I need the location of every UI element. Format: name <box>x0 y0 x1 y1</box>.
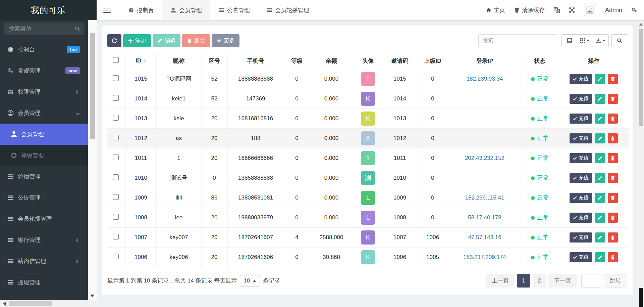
main-scrollbar[interactable] <box>638 20 644 307</box>
scroll-up-icon[interactable] <box>639 23 643 26</box>
topbar-tab[interactable]: 会员管理 <box>162 0 210 20</box>
row-edit-button[interactable] <box>595 133 605 143</box>
search-button[interactable] <box>611 34 627 47</box>
row-checkbox[interactable] <box>113 135 119 140</box>
edit-button[interactable]: 编辑 <box>153 34 180 47</box>
row-checkbox[interactable] <box>113 95 119 101</box>
recharge-button[interactable]: 充值 <box>570 213 592 223</box>
row-checkbox[interactable] <box>113 214 119 220</box>
row-edit-button[interactable] <box>595 173 605 183</box>
language-button[interactable] <box>554 7 560 13</box>
sort-icon[interactable] <box>143 59 146 63</box>
sidebar-item[interactable]: 等级管理 <box>0 145 88 166</box>
row-checkbox[interactable] <box>113 174 119 180</box>
header-id[interactable]: ID <box>125 53 156 69</box>
topbar-tab[interactable]: 控制台 <box>120 0 162 20</box>
row-checkbox[interactable] <box>113 234 119 239</box>
scroll-left-icon[interactable] <box>3 302 6 306</box>
ip-link[interactable]: 58.17.40.178 <box>468 214 501 221</box>
row-edit-button[interactable] <box>595 114 605 124</box>
sidebar-item[interactable]: 银行管理 <box>0 229 88 251</box>
home-link[interactable]: 主页 <box>486 6 505 14</box>
jump-button[interactable]: 跳转 <box>604 274 627 288</box>
delete-button[interactable]: 删除 <box>182 34 210 47</box>
row-delete-button[interactable] <box>608 94 618 104</box>
sidebar-hscrollbar[interactable] <box>0 300 97 307</box>
sidebar-item[interactable]: 提现管理 <box>0 272 88 293</box>
next-page-button[interactable]: 下一页 <box>548 274 577 288</box>
select-all-checkbox[interactable] <box>113 57 119 63</box>
ip-link[interactable]: 182.239.93.34 <box>467 76 503 82</box>
jump-page-input[interactable] <box>581 274 601 288</box>
row-checkbox[interactable] <box>113 115 119 121</box>
export-button[interactable] <box>593 34 609 47</box>
sidebar-scrollbar[interactable] <box>88 20 97 300</box>
recharge-button[interactable]: 充值 <box>570 193 592 203</box>
toggle-view-button[interactable] <box>561 34 577 47</box>
topbar-tab[interactable]: 公告管理 <box>210 0 258 20</box>
row-delete-button[interactable] <box>608 114 618 124</box>
ip-link[interactable]: 47.57.143.16 <box>468 234 501 240</box>
row-checkbox[interactable] <box>113 194 119 200</box>
recharge-button[interactable]: 充值 <box>570 232 592 243</box>
scroll-down-icon[interactable] <box>90 295 94 297</box>
menu-toggle-icon[interactable] <box>103 8 111 13</box>
page-button-2[interactable]: 2 <box>533 274 546 288</box>
main-scrollbar-thumb[interactable] <box>639 29 643 126</box>
recharge-button[interactable]: 充值 <box>570 94 592 104</box>
more-button[interactable]: 更多 <box>212 34 239 47</box>
row-edit-button[interactable] <box>595 153 605 163</box>
row-edit-button[interactable] <box>595 252 605 262</box>
sidebar-item[interactable]: 公告管理 <box>0 187 88 208</box>
refresh-button[interactable] <box>107 34 121 47</box>
page-size-dropdown[interactable]: 10 <box>240 275 260 287</box>
row-delete-button[interactable] <box>608 213 618 223</box>
row-checkbox[interactable] <box>113 155 119 160</box>
ip-link[interactable]: 183.217.209.174 <box>463 254 506 260</box>
row-delete-button[interactable] <box>608 252 618 262</box>
row-edit-button[interactable] <box>595 193 605 203</box>
hscrollbar-thumb[interactable] <box>9 301 52 306</box>
sidebar-item[interactable]: 控制台 hot <box>0 39 88 60</box>
recharge-button[interactable]: 充值 <box>570 133 592 143</box>
row-delete-button[interactable] <box>608 173 618 183</box>
recharge-button[interactable]: 充值 <box>570 74 592 84</box>
settings-button[interactable] <box>631 7 637 13</box>
fullscreen-button[interactable] <box>569 7 575 13</box>
user-avatar[interactable] <box>584 4 596 16</box>
row-edit-button[interactable] <box>595 213 605 223</box>
recharge-button[interactable]: 充值 <box>570 114 592 124</box>
sidebar-item[interactable]: 会员轮播管理 <box>0 208 88 229</box>
row-edit-button[interactable] <box>595 94 605 104</box>
recharge-button[interactable]: 充值 <box>570 252 592 262</box>
sidebar-item[interactable]: 站内信管理 <box>0 251 88 272</box>
row-delete-button[interactable] <box>608 232 618 243</box>
ip-link[interactable]: 202.43.232.152 <box>465 155 504 161</box>
row-edit-button[interactable] <box>595 232 605 243</box>
add-button[interactable]: 添加 <box>123 34 151 47</box>
row-edit-button[interactable] <box>595 74 605 84</box>
sidebar-item[interactable]: 常规管理 new <box>0 60 88 81</box>
row-checkbox[interactable] <box>113 254 119 259</box>
row-delete-button[interactable] <box>608 153 618 163</box>
row-delete-button[interactable] <box>608 74 618 84</box>
table-search-input[interactable] <box>478 34 558 47</box>
prev-page-button[interactable]: 上一页 <box>486 274 515 288</box>
ip-link[interactable]: 182.239.115.41 <box>465 194 504 201</box>
row-checkbox[interactable] <box>113 75 119 81</box>
row-delete-button[interactable] <box>608 193 618 203</box>
sidebar-item[interactable]: 轮播管理 <box>0 166 88 187</box>
clear-cache-link[interactable]: 清除缓存 <box>514 6 545 14</box>
recharge-button[interactable]: 充值 <box>570 153 592 163</box>
sidebar-item[interactable]: 会员管理 <box>0 102 88 124</box>
sidebar-search-input[interactable] <box>4 23 84 35</box>
columns-button[interactable] <box>577 34 593 47</box>
row-delete-button[interactable] <box>608 133 618 143</box>
sidebar-item[interactable]: 会员管理 <box>0 124 88 145</box>
sidebar-item[interactable]: 权限管理 <box>0 81 88 102</box>
recharge-button[interactable]: 充值 <box>570 173 592 183</box>
page-button-1[interactable]: 1 <box>517 274 530 288</box>
topbar-tab[interactable]: 会员轮播管理 <box>258 0 318 20</box>
admin-username[interactable]: Admin <box>605 7 622 14</box>
scrollbar-thumb[interactable] <box>90 33 95 139</box>
